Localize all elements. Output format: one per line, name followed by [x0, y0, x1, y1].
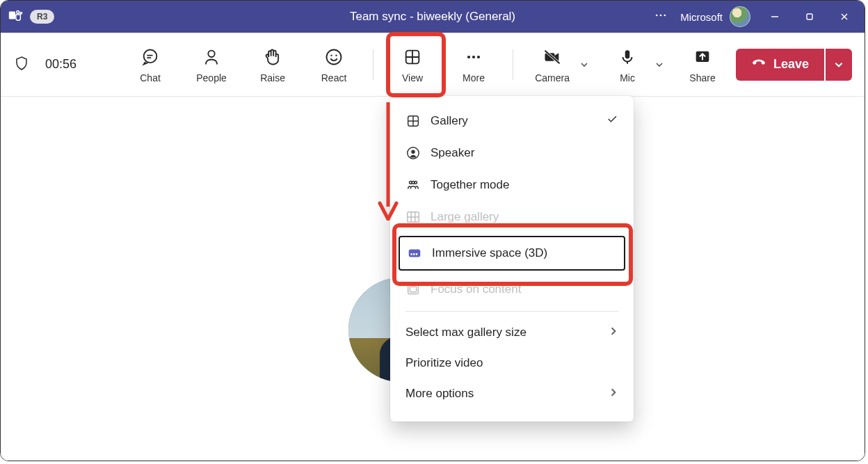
hangup-icon — [751, 55, 766, 74]
chat-label: Chat — [140, 72, 161, 83]
immersive-icon — [407, 246, 422, 261]
leave-label: Leave — [773, 57, 809, 72]
people-label: People — [196, 72, 227, 83]
toolbar-separator — [373, 49, 373, 80]
chat-icon — [140, 47, 160, 67]
view-menu: Gallery Speaker Together mode Large gall… — [390, 96, 634, 422]
svg-rect-43 — [411, 253, 412, 255]
svg-point-23 — [477, 55, 480, 58]
user-avatar[interactable] — [730, 6, 750, 27]
leave-button[interactable]: Leave — [736, 49, 824, 81]
view-option-more-options[interactable]: More options — [390, 378, 634, 409]
svg-rect-45 — [416, 253, 417, 255]
large-gallery-icon — [405, 209, 421, 225]
titlebar-more-button[interactable] — [647, 4, 675, 29]
toolbar-separator — [513, 49, 513, 80]
svg-point-22 — [472, 55, 475, 58]
window-maximize-button[interactable] — [794, 5, 826, 29]
titlebar: T R3 Team sync - biweekly (General) Micr… — [1, 1, 865, 33]
react-button[interactable]: React — [309, 43, 359, 86]
svg-point-5 — [660, 15, 662, 17]
immersive-label: Immersive space (3D) — [432, 246, 547, 260]
camera-off-icon — [542, 47, 562, 67]
view-button[interactable]: View — [387, 43, 437, 86]
svg-point-2 — [17, 11, 19, 14]
view-label: View — [402, 72, 423, 83]
menu-separator — [405, 311, 618, 312]
more-label: More — [463, 72, 485, 83]
camera-button[interactable]: Camera — [527, 43, 577, 86]
raise-label: Raise — [260, 72, 285, 83]
teams-window: T R3 Team sync - biweekly (General) Micr… — [0, 0, 865, 461]
more-options-label: More options — [405, 387, 474, 401]
view-option-max-gallery[interactable]: Select max gallery size — [390, 317, 634, 348]
svg-point-3 — [20, 12, 22, 14]
view-option-speaker[interactable]: Speaker — [390, 137, 634, 169]
ring-badge: R3 — [30, 10, 54, 24]
react-icon — [324, 47, 344, 67]
mic-caret[interactable] — [652, 44, 666, 86]
share-icon — [693, 47, 712, 67]
react-label: React — [321, 72, 347, 83]
mic-icon — [618, 47, 637, 67]
svg-point-6 — [664, 15, 666, 17]
focus-label: Focus on content — [431, 282, 521, 296]
speaker-icon — [405, 145, 421, 161]
mic-button[interactable]: Mic — [602, 43, 652, 86]
leave-caret[interactable] — [826, 49, 852, 81]
svg-rect-8 — [807, 14, 812, 19]
people-icon — [202, 47, 221, 67]
check-icon — [606, 113, 618, 129]
window-close-button[interactable] — [828, 5, 860, 29]
svg-point-34 — [411, 150, 415, 154]
chat-button[interactable]: Chat — [125, 43, 175, 86]
mic-label: Mic — [620, 72, 635, 83]
svg-rect-27 — [625, 50, 630, 58]
view-option-focus: Focus on content — [390, 273, 634, 305]
svg-point-11 — [144, 49, 157, 63]
svg-point-4 — [656, 15, 658, 17]
view-option-prioritize-video[interactable]: Prioritize video — [390, 348, 634, 378]
teams-logo-icon: T — [8, 8, 23, 26]
raise-hand-button[interactable]: Raise — [248, 43, 298, 86]
active-indicator — [397, 93, 428, 95]
shield-icon[interactable] — [13, 55, 30, 74]
together-label: Together mode — [431, 178, 509, 192]
gallery-icon — [405, 113, 421, 129]
together-icon — [405, 177, 421, 193]
window-minimize-button[interactable] — [759, 5, 791, 29]
svg-point-37 — [412, 182, 415, 184]
brand-label: Microsoft — [680, 11, 723, 23]
call-timer: 00:56 — [45, 57, 77, 72]
raise-hand-icon — [263, 47, 282, 67]
view-option-gallery[interactable]: Gallery — [390, 104, 634, 137]
svg-point-17 — [335, 54, 337, 56]
max-gallery-label: Select max gallery size — [405, 326, 527, 339]
window-title: Team sync - biweekly (General) — [350, 10, 515, 24]
svg-point-16 — [330, 54, 332, 56]
svg-rect-47 — [410, 287, 416, 291]
app-logo-area: T R3 — [8, 8, 54, 26]
share-label: Share — [689, 72, 715, 83]
chevron-right-icon — [609, 326, 618, 339]
more-icon — [464, 47, 483, 67]
camera-label: Camera — [535, 72, 570, 83]
svg-point-14 — [208, 50, 214, 56]
prioritize-label: Prioritize video — [405, 356, 483, 370]
svg-text:T: T — [10, 13, 14, 19]
svg-rect-44 — [413, 253, 415, 255]
svg-point-15 — [327, 49, 341, 64]
gallery-label: Gallery — [431, 114, 468, 128]
people-button[interactable]: People — [186, 43, 236, 86]
view-option-together[interactable]: Together mode — [390, 169, 634, 201]
large-gallery-label: Large gallery — [431, 210, 499, 224]
more-button[interactable]: More — [449, 43, 499, 86]
view-option-immersive[interactable]: Immersive space (3D) — [399, 236, 625, 271]
speaker-label: Speaker — [431, 146, 474, 160]
share-button[interactable]: Share — [677, 43, 728, 86]
view-option-large-gallery: Large gallery — [390, 201, 634, 233]
view-icon — [403, 47, 422, 67]
camera-caret[interactable] — [577, 44, 591, 86]
focus-icon — [405, 282, 421, 297]
meeting-toolbar: 00:56 Chat People Raise — [1, 33, 865, 97]
